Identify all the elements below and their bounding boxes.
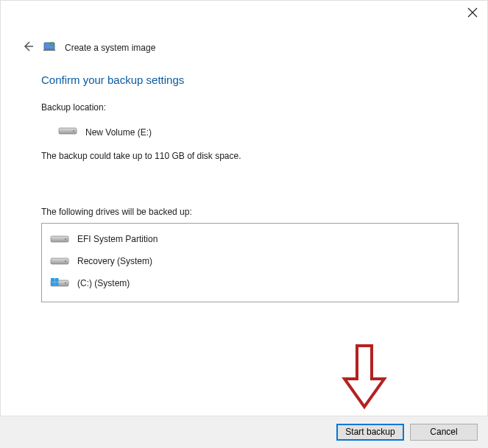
page-title: Create a system image: [65, 43, 155, 53]
titlebar-controls: [467, 7, 478, 18]
drive-label: EFI System Partition: [77, 234, 158, 244]
content-area: Confirm your backup settings Backup loca…: [41, 74, 459, 302]
svg-rect-12: [55, 278, 59, 282]
drive-label: Recovery (System): [77, 256, 152, 266]
list-item: (C:) (System): [48, 272, 452, 294]
windows-drive-icon: [49, 277, 70, 290]
svg-point-8: [65, 260, 66, 262]
hard-drive-icon: [49, 232, 70, 246]
backup-location-row: New Volume (E:): [57, 124, 459, 141]
size-note: The backup could take up to 110 GB of di…: [41, 151, 459, 161]
list-item: EFI System Partition: [48, 228, 452, 250]
svg-rect-13: [51, 282, 54, 286]
confirm-heading: Confirm your backup settings: [41, 74, 459, 86]
svg-point-6: [65, 238, 66, 240]
system-image-icon: [43, 40, 56, 56]
drive-label: (C:) (System): [77, 278, 130, 288]
back-arrow-icon[interactable]: [22, 40, 34, 55]
close-icon[interactable]: [467, 7, 478, 18]
svg-rect-14: [55, 282, 59, 286]
footer-bar: Start backup Cancel: [0, 416, 488, 448]
wizard-header: Create a system image: [22, 40, 155, 56]
annotation-arrow-icon: [339, 342, 390, 415]
cancel-button[interactable]: Cancel: [410, 424, 478, 441]
svg-rect-1: [43, 49, 55, 51]
svg-point-10: [65, 282, 66, 284]
list-item: Recovery (System): [48, 250, 452, 272]
backup-location-label: Backup location:: [41, 102, 459, 113]
hard-drive-icon: [57, 124, 78, 141]
start-backup-button[interactable]: Start backup: [336, 424, 404, 441]
backup-location-value: New Volume (E:): [85, 127, 152, 138]
hard-drive-icon: [49, 255, 70, 268]
drives-list: EFI System Partition Recovery (System): [41, 223, 459, 302]
svg-rect-11: [51, 278, 54, 282]
drives-list-label: The following drives will be backed up:: [41, 207, 459, 217]
svg-point-4: [73, 130, 74, 132]
